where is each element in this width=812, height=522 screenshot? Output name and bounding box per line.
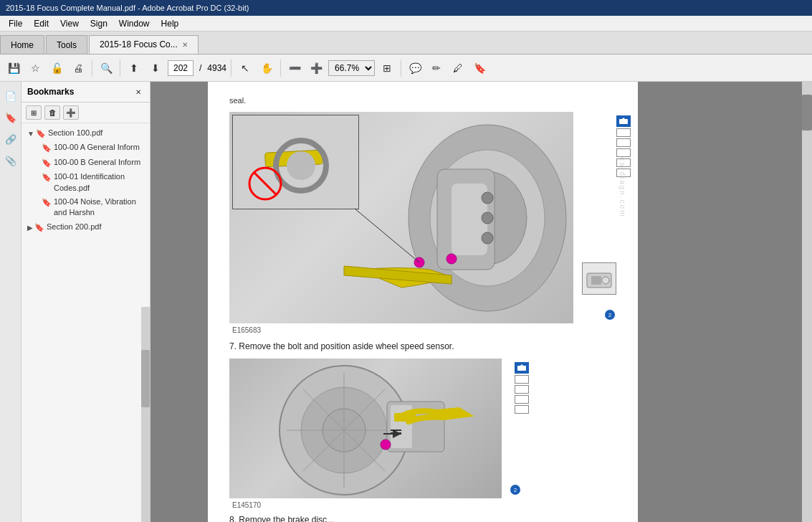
bookmark-icon-100-00b: 🔖 [42, 158, 52, 169]
tab-home-label: Home [11, 40, 34, 50]
bookmark-icon-100-01: 🔖 [42, 172, 52, 183]
tab-document[interactable]: 2015-18 Focus Co... ✕ [89, 35, 199, 54]
open-button[interactable]: 🔓 [47, 59, 66, 77]
pdf-scrollbar[interactable] [802, 82, 812, 522]
tab-close-button[interactable]: ✕ [182, 41, 188, 49]
svg-point-7 [482, 232, 493, 244]
menu-window[interactable]: Window [113, 17, 156, 30]
comment-button[interactable]: 💬 [406, 59, 424, 77]
prev-page-button[interactable]: ⬆ [125, 59, 143, 77]
bookmarks-toolbar: ⊞ 🗑 ➕ [22, 103, 150, 123]
page-number-input[interactable]: 202 [168, 60, 194, 76]
right-annotation-strip2 [515, 362, 529, 414]
camera-icon-1 [616, 115, 631, 127]
scroll-up-btn[interactable] [802, 82, 812, 87]
pages-icon-button[interactable]: 📄 [2, 87, 19, 105]
sep1 [92, 60, 92, 77]
sep5 [401, 60, 401, 77]
strip2-cell-4 [515, 405, 529, 414]
bookmark-100-00a[interactable]: 🔖 100-00 A General Inform [22, 141, 150, 155]
bookmark-section100[interactable]: ▼ 🔖 Section 100.pdf [22, 126, 150, 141]
tab-tools[interactable]: Tools [46, 35, 87, 54]
scroll-thumb[interactable] [802, 95, 812, 130]
bookmarks-scrollbar-thumb[interactable] [141, 350, 150, 407]
svg-rect-33 [394, 413, 416, 422]
bookmark-icon-section200: 🔖 [34, 222, 44, 233]
tab-home[interactable]: Home [0, 35, 44, 54]
save-button[interactable]: 💾 [4, 59, 23, 77]
figure2-svg [229, 359, 502, 498]
menu-view[interactable]: View [54, 17, 85, 30]
bookmarks-delete-btn[interactable]: 🗑 [44, 105, 60, 120]
bookmark-100-01[interactable]: 🔖 100-01 Identification Codes.pdf [22, 170, 150, 195]
sep4 [280, 60, 281, 77]
sidebar-icons: 📄 🔖 🔗 📎 [0, 82, 22, 522]
bookmarks-title: Bookmarks [27, 87, 74, 97]
bookmark-add-button[interactable]: ☆ [26, 59, 44, 77]
bookmarks-panel: Bookmarks ✕ ⊞ 🗑 ➕ ▼ 🔖 Section 100.pdf 🔖 … [22, 82, 151, 522]
page-sep: / [196, 63, 204, 73]
menu-edit[interactable]: Edit [28, 17, 54, 30]
tab-document-label: 2015-18 Focus Co... [100, 39, 178, 49]
zoom-select[interactable]: 50% 66.7% 75% 100% 125% 150% 200% [328, 60, 375, 76]
figure1-container: 2 cardiagn.com [229, 112, 573, 323]
bookmarks-tree: ▼ 🔖 Section 100.pdf 🔖 100-00 A General I… [22, 123, 150, 522]
strip2-cell-2 [515, 385, 529, 394]
title-bar: 2015-18 Focus Complete Manual.pdf - Adob… [0, 0, 812, 16]
figure2-container: 2 [229, 359, 502, 498]
bookmark-label-100-00b: 100-00 B General Inform [54, 157, 140, 168]
strip-cell-1 [616, 128, 631, 137]
bookmarks-close-button[interactable]: ✕ [133, 86, 144, 98]
bookmark-label-100-00a: 100-00 A General Inform [54, 142, 140, 153]
strip-cell-3 [616, 148, 631, 157]
bookmark-section200[interactable]: ▶ 🔖 Section 200.pdf [22, 220, 150, 234]
svg-point-6 [482, 212, 493, 224]
menu-sign[interactable]: Sign [85, 17, 113, 30]
stamp-button[interactable]: 🔖 [470, 59, 489, 77]
svg-rect-22 [591, 276, 601, 285]
zoom-in-btn[interactable]: ➕ [307, 59, 325, 77]
watermark: cardiagn.com [618, 157, 626, 217]
svg-point-16 [446, 254, 457, 264]
bookmarks-add-btn[interactable]: ➕ [63, 105, 79, 120]
bookmark-label-section200: Section 200.pdf [47, 222, 101, 232]
strip-cell-2 [616, 138, 631, 147]
circle-badge-1: 2 [605, 310, 615, 320]
bookmarks-icon-button[interactable]: 🔖 [2, 109, 19, 126]
step8-text: 8. Remove the brake disc... [229, 515, 616, 522]
select-tool-button[interactable]: ↖ [236, 59, 254, 77]
print-button[interactable]: 🖨 [69, 59, 87, 77]
menu-file[interactable]: File [3, 17, 28, 30]
callout-svg [586, 266, 613, 291]
main-area: 📄 🔖 🔗 📎 Bookmarks ✕ ⊞ 🗑 ➕ ▼ 🔖 Section 10… [0, 82, 812, 522]
menu-bar: File Edit View Sign Window Help [0, 16, 812, 32]
figure1-caption: E165683 [229, 326, 616, 334]
hand-tool-button[interactable]: ✋ [257, 59, 276, 77]
zoom-out-btn2[interactable]: ➖ [285, 59, 304, 77]
bookmark-label-100-04: 100-04 Noise, Vibration and Harshn [54, 196, 147, 219]
bookmarks-expand-btn[interactable]: ⊞ [26, 105, 42, 120]
svg-point-23 [602, 277, 609, 284]
bookmark-100-00b[interactable]: 🔖 100-00 B General Inform [22, 156, 150, 170]
attachments-icon-button[interactable]: 📎 [2, 152, 19, 169]
camera-icon-2 [515, 362, 529, 374]
zoom-out-button[interactable]: 🔍 [97, 59, 115, 77]
pdf-page: seal. [208, 82, 638, 522]
fit-button[interactable]: ⊞ [378, 59, 396, 77]
bookmark-100-04[interactable]: 🔖 100-04 Noise, Vibration and Harshn [22, 195, 150, 220]
tab-bar: Home Tools 2015-18 Focus Co... ✕ [0, 32, 812, 54]
highlight-button[interactable]: 🖊 [449, 59, 467, 77]
bookmark-icon-100-04: 🔖 [42, 197, 52, 208]
pen-button[interactable]: ✏ [427, 59, 446, 77]
bookmark-label-section100: Section 100.pdf [48, 128, 102, 138]
svg-point-12 [287, 151, 315, 180]
sep2 [120, 60, 120, 77]
pdf-area[interactable]: seal. [151, 82, 812, 522]
links-icon-button[interactable]: 🔗 [2, 130, 19, 148]
title-text: 2015-18 Focus Complete Manual.pdf - Adob… [6, 4, 249, 12]
expand-icon-section200: ▶ [27, 223, 33, 233]
figure1-svg [229, 112, 573, 323]
next-page-button[interactable]: ⬇ [146, 59, 165, 77]
menu-help[interactable]: Help [156, 17, 185, 30]
svg-marker-20 [622, 118, 625, 119]
